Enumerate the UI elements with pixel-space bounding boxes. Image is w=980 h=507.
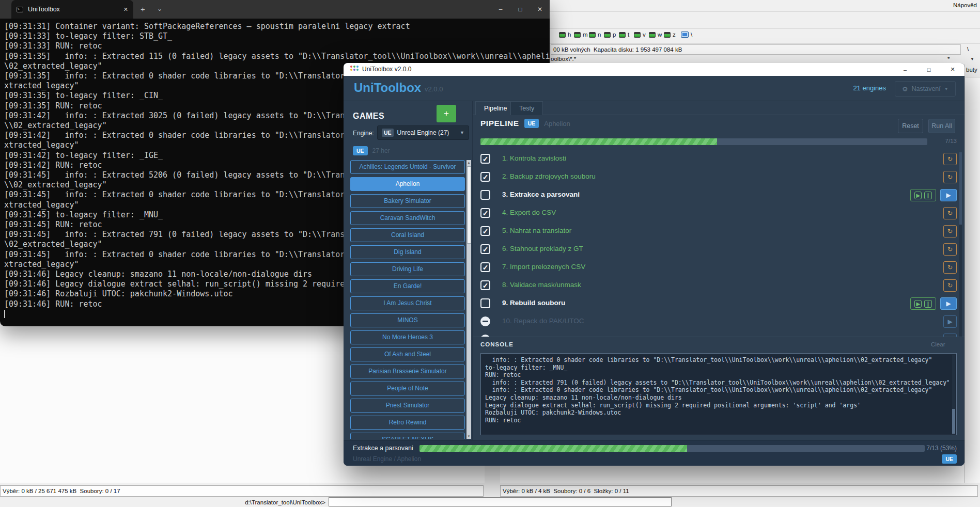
drive-button-t[interactable]: t xyxy=(619,31,629,38)
menu-item-help[interactable]: Nápověd xyxy=(953,2,977,8)
app-title-bar: UniToolbox v2.0.0 – □ ✕ xyxy=(344,63,965,76)
terminal-close-button[interactable]: ✕ xyxy=(530,0,550,19)
game-button[interactable]: Achilles: Legends Untold - Survivor xyxy=(350,160,465,174)
game-button[interactable]: MINOS xyxy=(350,313,465,327)
step-checkbox[interactable]: ✓ xyxy=(480,280,490,290)
step-label: 9. Rebuild souboru xyxy=(502,299,565,307)
step-checkbox[interactable] xyxy=(480,298,490,308)
close-tab-icon[interactable]: ✕ xyxy=(123,6,128,13)
tab-dropdown-icon[interactable]: ⌄ xyxy=(157,5,162,12)
game-button[interactable]: Dig Island xyxy=(350,245,465,259)
game-button[interactable]: Coral Island xyxy=(350,228,465,242)
step-run-combo-button[interactable]: ▶❙ xyxy=(910,297,936,310)
game-button[interactable]: En Garde! xyxy=(350,279,465,293)
drive-button-n[interactable]: n xyxy=(589,31,601,38)
step-checkbox[interactable]: ✓ xyxy=(480,208,490,218)
step-checkbox[interactable] xyxy=(480,190,490,200)
step-run-button[interactable]: ▶ xyxy=(940,189,957,201)
sort-asterisk[interactable]: * xyxy=(947,56,950,62)
game-button[interactable]: Driving Life xyxy=(350,262,465,276)
game-button[interactable]: I Am Jesus Christ xyxy=(350,296,465,310)
scroll-down-icon[interactable]: ▼ xyxy=(466,434,471,439)
step-run-button[interactable]: ▶ xyxy=(940,297,957,310)
scroll-up-icon[interactable]: ▲ xyxy=(466,160,471,165)
column-header-attributes[interactable]: buty xyxy=(965,64,980,77)
pipeline-game-name: Aphelion xyxy=(544,120,570,128)
console-line: to-legacy filter: _MNU_ xyxy=(485,364,949,372)
terminal-tab-unitoolbox[interactable]: >_ UniToolbox ✕ xyxy=(11,0,133,19)
terminal-maximize-button[interactable]: □ xyxy=(510,0,530,19)
drive-button-z[interactable]: z xyxy=(664,31,676,38)
new-tab-icon[interactable]: + xyxy=(141,5,145,13)
drive-button-p[interactable]: p xyxy=(604,31,616,38)
step-checkbox[interactable]: ✓ xyxy=(480,226,490,236)
tab-pipeline[interactable]: Pipeline xyxy=(475,101,516,115)
step-retry-button[interactable]: ↻ xyxy=(943,225,957,237)
console-box: info: : Extracted 0 shader code librarie… xyxy=(480,353,957,435)
game-button[interactable]: Priest Simulator xyxy=(350,399,465,413)
game-button[interactable]: Of Ash and Steel xyxy=(350,347,465,361)
command-line-input[interactable] xyxy=(329,497,672,506)
app-minimize-button[interactable]: – xyxy=(893,63,917,76)
settings-button[interactable]: ⚙ Nastavení ▼ xyxy=(895,81,956,97)
scrollbar-thumb[interactable] xyxy=(952,409,955,434)
step-retry-button[interactable]: ↻ xyxy=(943,243,957,256)
capacity-bar: 00 kB volných Kapacita disku: 1 953 497 … xyxy=(551,44,961,55)
drive-icon xyxy=(559,32,566,38)
game-button[interactable]: Parisian Brasserie Simulator xyxy=(350,365,465,378)
pipeline-progress-bar xyxy=(480,138,927,145)
engine-label: Engine: xyxy=(353,130,374,137)
game-button[interactable]: Aphelion xyxy=(350,177,465,191)
run-all-button[interactable]: Run All xyxy=(928,119,955,133)
step-run-combo-button[interactable]: ▶❙ xyxy=(910,189,936,201)
drive-icon xyxy=(619,32,626,38)
tab-testy[interactable]: Testy xyxy=(510,101,543,115)
console-clear-button[interactable]: Clear xyxy=(931,341,945,347)
add-game-button[interactable]: + xyxy=(437,105,456,122)
pipeline-engine-badge: UE xyxy=(524,119,539,128)
game-button[interactable]: People of Note xyxy=(350,382,465,395)
step-retry-button[interactable]: ↻ xyxy=(943,207,957,219)
step-label: 8. Validace mask/unmask xyxy=(502,281,581,289)
step-retry-button[interactable]: ↻ xyxy=(943,279,957,292)
step-retry-button[interactable]: ↻ xyxy=(943,261,957,274)
pipeline-step-row: ✓5. Nahrat na translator↻ xyxy=(473,225,965,240)
app-maximize-button[interactable]: □ xyxy=(917,63,941,76)
step-checkbox[interactable]: ✓ xyxy=(480,244,490,254)
drive-button-m[interactable]: m xyxy=(574,31,588,38)
drive-button-v[interactable]: v xyxy=(634,31,646,38)
reset-button[interactable]: Reset xyxy=(898,119,923,133)
game-button[interactable]: Bakery Simulator xyxy=(350,194,465,208)
step-label: 2. Backup zdrojovych souboru xyxy=(502,172,596,180)
drive-letter: t xyxy=(628,31,629,38)
step-label: 1. Kontrola zavislosti xyxy=(502,154,566,162)
game-list-scrollbar[interactable]: ▲ ▼ xyxy=(466,160,471,439)
terminal-minimize-button[interactable]: – xyxy=(491,0,510,19)
step-checkbox[interactable]: ✓ xyxy=(480,262,490,272)
step-checkbox[interactable]: ✓ xyxy=(480,154,490,164)
step-disabled-icon[interactable] xyxy=(480,316,490,326)
network-drive-button[interactable]: \ xyxy=(681,31,692,38)
path-dropdown-icon[interactable]: ▼ xyxy=(970,57,974,61)
game-button[interactable]: Retro Rewind xyxy=(350,416,465,430)
game-button[interactable]: SCARLET NEXUS xyxy=(350,433,465,439)
pipeline-step-row: ✓4. Export do CSV↻ xyxy=(473,207,965,222)
console-line: Legacy dialogue extract selhal: run_scri… xyxy=(485,402,949,409)
scrollbar-thumb[interactable] xyxy=(467,166,471,244)
drive-button-h[interactable]: h xyxy=(559,31,571,38)
drive-letter: w xyxy=(658,31,662,38)
step-retry-button[interactable]: ↻ xyxy=(943,171,957,183)
step-retry-button[interactable]: ↻ xyxy=(943,153,957,165)
engine-select[interactable]: UE Unreal Engine (27) ▼ xyxy=(377,125,469,140)
app-close-button[interactable]: ✕ xyxy=(941,63,965,76)
engine-chip: UE xyxy=(382,129,394,137)
step-run-button[interactable]: ▶ xyxy=(943,315,957,328)
console-line: RUN: retoc xyxy=(485,371,949,379)
drive-button-w[interactable]: w xyxy=(649,31,662,38)
console-scrollbar[interactable] xyxy=(952,355,955,434)
step-checkbox[interactable]: ✓ xyxy=(480,172,490,182)
game-button[interactable]: No More Heroes 3 xyxy=(350,330,465,344)
game-button[interactable]: Caravan SandWitch xyxy=(350,211,465,225)
console-line: RUN: retoc xyxy=(485,417,949,424)
drive-letter: h xyxy=(568,31,571,38)
